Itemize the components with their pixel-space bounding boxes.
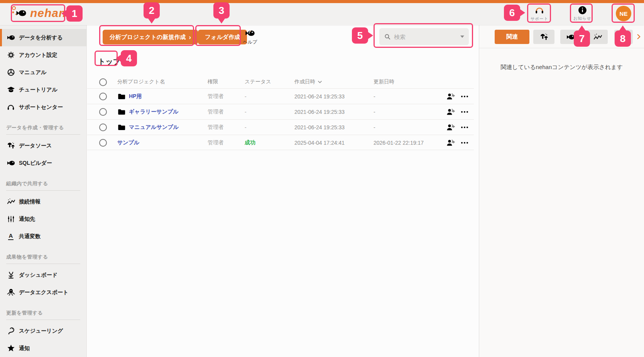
sidebar-item-manual[interactable]: マニュアル [0,64,86,81]
sidebar-item-sql-builder[interactable]: SQLビルダー [0,154,86,172]
table-row[interactable]: マニュアルサンプル 管理者 - 2021-06-24 19:25:33 - [87,119,474,135]
row-status: - [245,120,247,135]
sliders-icon [6,215,15,224]
sidebar-item-label: スケジューリング [19,328,63,335]
sort-chevron-down-icon[interactable] [317,79,323,85]
sidebar-item-common-variables[interactable]: A 共通変数 [0,228,86,245]
more-menu-button[interactable] [460,104,469,120]
folder-icon [117,123,126,132]
related-tab-bar: 関連 [479,25,644,48]
related-empty-message: 関連しているnehanコンテンツが表示されます [479,64,644,71]
share-user-add-button[interactable] [446,89,455,104]
sidebar-item-account-settings[interactable]: アカウント設定 [0,46,86,64]
project-name-link[interactable]: サンプル [117,139,139,146]
row-created: 2025-04-04 17:24:41 [294,135,345,151]
share-user-add-button[interactable] [446,135,455,151]
table-row[interactable]: HP用 管理者 - 2021-06-24 19:25:33 - [87,88,474,104]
search-input[interactable] [394,34,457,40]
project-name-link[interactable]: HP用 [129,93,142,100]
column-header-updated[interactable]: 更新日時 [374,78,394,85]
sidebar-item-data-export[interactable]: データエクスポート [0,284,86,301]
headset-support-icon [534,5,544,15]
column-header-status[interactable]: ステータス [245,78,271,85]
row-radio[interactable] [99,139,107,147]
headset-icon [6,103,15,112]
sidebar-item-tutorial[interactable]: チュートリアル [0,81,86,98]
project-name-link[interactable]: ギャラリーサンプル [129,108,179,115]
support-button[interactable]: サポート [527,5,551,22]
logo-text: nehan [30,7,66,20]
sidebar-item-notify-destination[interactable]: 通知先 [0,210,86,228]
graduation-icon [6,85,15,95]
panel-chevron-right-icon[interactable] [635,33,642,40]
info-news-icon [578,5,587,15]
row-permission: 管理者 [208,135,224,151]
sidebar-item-connection-info[interactable]: 接続情報 [0,193,86,210]
notification-star-icon [6,344,15,353]
sidebar-item-dashboard[interactable]: ダッシュボード [0,266,86,284]
folder-icon [117,108,126,116]
sql-fish-icon [6,159,15,168]
search-box[interactable] [379,28,469,45]
search-dropdown-caret-icon[interactable] [460,36,464,38]
new-analysis-project-button[interactable]: 分析プロジェクトの新規作成› [103,30,198,44]
related-tab-sql[interactable] [560,30,581,44]
more-menu-button[interactable] [460,120,469,135]
table-row[interactable]: サンプル 管理者 成功 2025-04-04 17:24:41 2026-01-… [87,135,474,150]
related-tab-export[interactable] [614,30,633,44]
sidebar-item-data-source[interactable]: データソース [0,137,86,154]
sidebar-item-scheduling[interactable]: スケジューリング [0,322,86,340]
row-updated: - [374,104,375,120]
more-menu-button[interactable] [460,135,469,151]
user-avatar[interactable]: NE [616,6,631,21]
share-user-add-button[interactable] [446,120,455,135]
row-created: 2021-06-24 19:25:33 [294,120,345,135]
related-tab-datasource[interactable] [533,30,554,44]
search-icon [384,33,391,40]
sidebar-item-label: データソース [19,142,52,149]
sql-fish-icon [566,32,575,42]
nehan-logo[interactable]: nehan [15,7,66,20]
app-screen: nehan サポート お知らせ NE データを分析する アカウント設定 マニュア… [0,0,644,357]
column-header-name[interactable]: 分析プロジェクト名 [117,78,165,85]
row-status: - [245,104,247,120]
gear-icon [6,51,15,60]
help-fish-icon: ? [244,28,256,39]
row-radio[interactable] [99,93,107,100]
sidebar-section-manage-outputs: 成果物を管理する [6,254,80,264]
breadcrumb[interactable]: トップ [98,57,120,67]
project-name-link[interactable]: マニュアルサンプル [129,124,179,131]
row-permission: 管理者 [208,104,224,120]
select-all-radio[interactable] [99,78,107,86]
export-squid-icon [6,288,15,297]
help-button[interactable]: ? ヘルプ [239,28,261,46]
sidebar-item-analyze-data[interactable]: データを分析する [0,29,86,46]
top-accent-bar [0,0,644,3]
sidebar-item-notifications[interactable]: 通知 [0,340,86,357]
share-user-add-button[interactable] [446,104,455,120]
variable-a-icon: A [6,232,15,241]
table-row[interactable]: ギャラリーサンプル 管理者 - 2021-06-24 19:25:33 - [87,104,474,119]
row-radio[interactable] [99,124,107,131]
sidebar-item-label: SQLビルダー [19,160,52,167]
sidebar-item-label: 通知 [19,345,30,352]
sidebar-item-label: サポートセンター [19,104,63,111]
sidebar-section-create-manage-data: データを作成・管理する [6,124,80,135]
analyze-fish-icon [6,33,15,42]
sidebar-item-label: 通知先 [19,216,35,223]
row-updated: - [374,120,375,135]
row-radio[interactable] [99,108,107,116]
connection-zigzag-icon [593,32,602,42]
related-tab[interactable]: 関連 [495,30,529,44]
column-header-permission[interactable]: 権限 [208,78,218,85]
more-menu-button[interactable] [460,89,469,104]
related-tab-connection[interactable] [587,30,608,44]
sidebar-item-support-center[interactable]: サポートセンター [0,98,86,116]
datasource-mushroom-icon [6,141,15,151]
row-created: 2021-06-24 19:25:33 [294,89,345,104]
sidebar-nav: データを分析する アカウント設定 マニュアル チュートリアル サポートセンター … [0,25,87,357]
news-button[interactable]: お知らせ [570,5,594,21]
sidebar-item-label: マニュアル [19,69,47,76]
column-header-created[interactable]: 作成日時 [294,78,323,85]
row-permission: 管理者 [208,89,224,104]
